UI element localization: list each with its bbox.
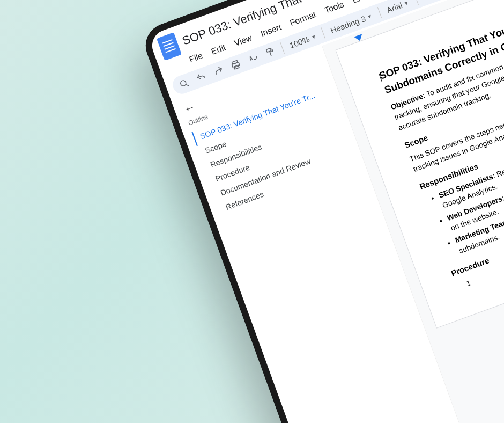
font-value: Arial	[385, 0, 403, 14]
menu-edit[interactable]: Edit	[210, 42, 227, 56]
font-size-decrease[interactable]: −	[422, 0, 429, 1]
print-icon[interactable]	[229, 58, 243, 72]
menu-file[interactable]: File	[188, 51, 204, 65]
svg-point-2	[180, 80, 187, 87]
zoom-dropdown[interactable]: 100%▼	[288, 32, 317, 50]
font-dropdown[interactable]: Arial▼	[385, 0, 410, 14]
menu-tools[interactable]: Tools	[323, 0, 345, 16]
menu-view[interactable]: View	[233, 33, 253, 48]
search-icon[interactable]	[177, 77, 191, 91]
chevron-down-icon: ▼	[366, 12, 373, 20]
zoom-value: 100%	[288, 34, 310, 49]
paint-format-icon[interactable]	[263, 46, 277, 60]
chevron-down-icon: ▼	[403, 0, 410, 6]
redo-icon[interactable]	[212, 64, 226, 78]
chevron-down-icon: ▼	[310, 33, 317, 41]
undo-icon[interactable]	[195, 71, 209, 85]
spellcheck-icon[interactable]	[246, 52, 260, 66]
